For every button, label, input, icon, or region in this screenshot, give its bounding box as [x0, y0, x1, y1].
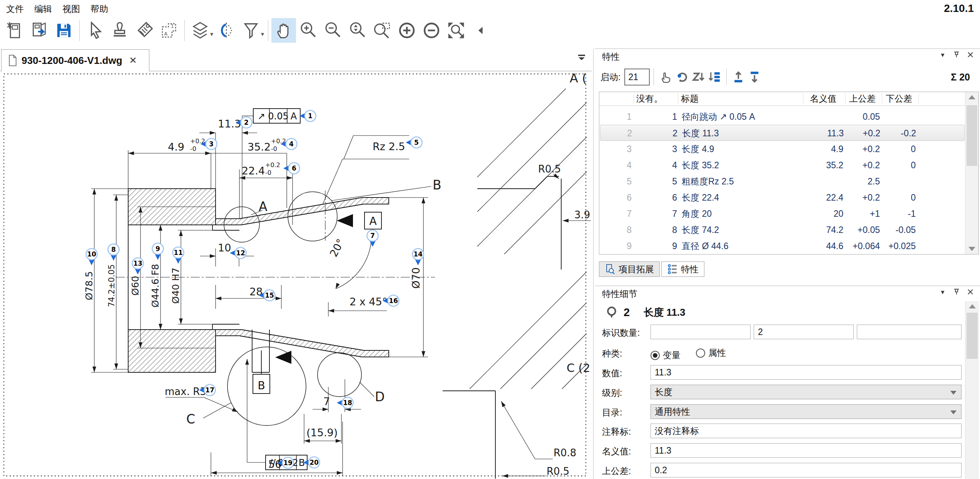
new-file-button[interactable] — [2, 18, 27, 43]
panel-pin-icon[interactable] — [952, 288, 961, 296]
table-row[interactable]: 55粗糙度Rz 2.52.5 — [600, 173, 965, 189]
nominal-field[interactable] — [651, 443, 962, 458]
table-row[interactable]: 99直径 Ø 44.644.6+0.064+0.025 — [600, 238, 965, 254]
cell-row: 2 — [627, 125, 632, 141]
column-header[interactable]: 名义值 — [810, 92, 836, 105]
pick-annotation-icon[interactable] — [658, 69, 674, 85]
stamp-tool-button[interactable] — [107, 18, 132, 43]
table-row[interactable]: 77角度 2020+1-1 — [600, 206, 965, 222]
properties-table[interactable]: 没有。标题名义值上公差下公差 11径向跳动 ↗ 0.05 A0.0522长度 1… — [599, 92, 979, 255]
table-row[interactable]: 44长度 35.235.2+0.20 — [600, 157, 965, 173]
column-header[interactable]: 没有。 — [636, 92, 663, 105]
scrollbar-thumb[interactable] — [967, 105, 977, 166]
select-cursor-button[interactable] — [83, 18, 107, 43]
tag-tool-button[interactable] — [132, 18, 157, 43]
balloon-marker-1[interactable]: 1 — [299, 111, 316, 122]
tab-list-icon[interactable] — [577, 54, 586, 64]
table-row[interactable]: 66长度 22.422.4+0.20 — [600, 189, 965, 206]
menu-item-2[interactable]: 编辑 — [32, 2, 54, 16]
panel-dropdown-icon[interactable]: ▼ — [938, 50, 947, 59]
collapse-arrow-button[interactable] — [468, 18, 493, 43]
column-header[interactable]: 上公差 — [849, 92, 876, 105]
balloon-marker-18[interactable]: 18 — [337, 397, 353, 409]
dimension-line — [344, 136, 353, 159]
drawing-canvas[interactable]: ↗0.05A//0.02BAB11.34.9+0.2-035.2+0.2-022… — [0, 71, 592, 479]
renumber-icon[interactable] — [674, 69, 690, 85]
column-header[interactable]: 标题 — [681, 92, 699, 105]
zoom-fit-button[interactable] — [444, 18, 468, 43]
menu-item-1[interactable]: 文件 — [4, 2, 26, 16]
region-tool-button[interactable] — [157, 18, 181, 43]
pan-tool-button[interactable] — [271, 18, 296, 43]
table-row[interactable]: 33长度 4.94.9+0.20 — [600, 141, 965, 157]
level-select[interactable]: 长度 — [651, 385, 962, 399]
balloon-marker-14[interactable]: 14 — [413, 249, 424, 266]
view-tab-2[interactable]: 特性 — [661, 261, 704, 277]
balloon-marker-7[interactable]: 7 — [367, 230, 378, 247]
menu-item-4[interactable]: 帮助 — [88, 2, 110, 16]
balloon-marker-9[interactable]: 9 — [152, 243, 164, 260]
menu-item-3[interactable]: 视图 — [60, 2, 82, 16]
catalog-select[interactable]: 通用特性 — [651, 404, 962, 419]
filter-tool-button[interactable] — [239, 18, 263, 43]
mirror-tool-button[interactable] — [214, 18, 239, 43]
balloon-marker-5[interactable]: 5 — [406, 137, 422, 148]
panel-close-icon[interactable] — [966, 288, 975, 296]
zoom-dynamic-button[interactable] — [345, 18, 370, 43]
zoom-fit-icon — [447, 21, 466, 40]
table-row[interactable]: 22长度 11.311.3+0.2-0.2 — [600, 125, 965, 141]
increase-button[interactable] — [395, 18, 419, 43]
scrollbar-thumb[interactable] — [967, 313, 978, 359]
panel-dropdown-icon[interactable]: ▼ — [938, 288, 947, 296]
kind-radio-1[interactable]: 变量 — [651, 349, 681, 361]
table-row[interactable]: 88长度 74.274.2+0.05-0.05 — [600, 222, 965, 238]
list-order-icon[interactable] — [706, 69, 722, 85]
scroll-down-icon[interactable] — [968, 247, 975, 251]
svg-text:0.05: 0.05 — [268, 111, 288, 122]
save-file-button[interactable] — [52, 18, 76, 43]
table-row[interactable]: 11径向跳动 ↗ 0.05 A0.05 — [600, 109, 965, 125]
tab-close-icon[interactable]: ✕ — [129, 55, 137, 66]
balloon-marker-13[interactable]: 13 — [132, 258, 144, 275]
scroll-up-icon[interactable] — [968, 95, 975, 99]
catalog-row: 目录: 通用特性 — [602, 404, 979, 420]
balloon-marker-12[interactable]: 12 — [230, 248, 246, 259]
details-scrollbar[interactable] — [965, 301, 979, 479]
move-up-icon[interactable] — [731, 69, 747, 85]
upper-tolerance-field[interactable] — [651, 463, 962, 477]
panel-divider[interactable] — [593, 49, 594, 479]
kind-radio-2[interactable]: 属性 — [696, 347, 726, 359]
view-tab-1[interactable]: 项目拓展 — [599, 261, 660, 277]
document-tab[interactable]: 930-1200-406-V1.dwg ✕ — [1, 49, 149, 71]
balloon-marker-10[interactable]: 10 — [86, 249, 97, 266]
zoom-window-icon — [373, 21, 392, 40]
panel-close-icon[interactable] — [966, 50, 975, 59]
start-input[interactable] — [624, 69, 650, 85]
id-count-field-1[interactable] — [651, 325, 751, 339]
zoom-out-button[interactable] — [321, 18, 345, 43]
balloon-marker-6[interactable]: 6 — [283, 163, 300, 174]
column-header[interactable]: 下公差 — [886, 92, 912, 105]
balloon-marker-8[interactable]: 8 — [108, 244, 119, 261]
move-down-icon[interactable] — [747, 69, 763, 85]
zoom-in-button[interactable] — [296, 18, 321, 43]
table-scrollbar[interactable] — [965, 92, 978, 254]
panel-pin-icon[interactable] — [952, 50, 961, 59]
radio-icon — [696, 348, 705, 358]
id-count-field-2[interactable] — [754, 325, 854, 339]
cell-upper: +0.05 — [858, 222, 880, 238]
dimension-text: 35.2 — [248, 141, 271, 153]
layers-tool-button[interactable] — [188, 18, 212, 43]
level-label: 级别: — [602, 387, 622, 399]
zoom-window-button[interactable] — [370, 18, 395, 43]
note-field[interactable] — [651, 424, 962, 438]
value-field[interactable] — [651, 365, 962, 380]
value-row: 数值: — [602, 365, 979, 380]
id-count-field-3[interactable] — [857, 325, 962, 339]
balloon-marker-11[interactable]: 11 — [173, 247, 184, 264]
sort-icon[interactable] — [690, 69, 706, 85]
decrease-button[interactable] — [419, 18, 444, 43]
open-file-button[interactable] — [27, 18, 52, 43]
scroll-up-icon[interactable] — [969, 304, 976, 308]
svg-text:19: 19 — [283, 459, 293, 467]
